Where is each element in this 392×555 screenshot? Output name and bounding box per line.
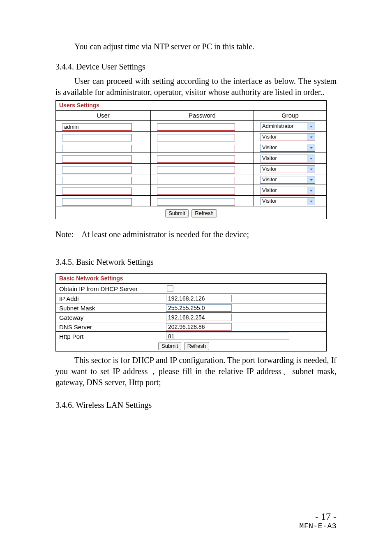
password-field[interactable]: [157, 166, 235, 173]
group-select[interactable]: Administrator: [260, 123, 315, 130]
user-field[interactable]: [62, 187, 132, 195]
group-value: Visitor: [262, 144, 277, 150]
table-row: Visitor: [56, 142, 326, 153]
group-value: Visitor: [262, 176, 277, 183]
table-row: Visitor: [56, 164, 326, 174]
table-row: Visitor: [56, 196, 326, 206]
users-head-password: Password: [151, 111, 254, 121]
users-table-header: User Password Group: [56, 111, 326, 121]
table-row: Subnet Mask: [56, 303, 326, 313]
user-field[interactable]: [62, 123, 132, 131]
http-port-label: Http Port: [56, 332, 163, 341]
svg-marker-6: [310, 190, 313, 192]
chevron-down-icon: [307, 123, 315, 130]
group-value: Visitor: [262, 166, 277, 172]
chevron-down-icon: [307, 187, 315, 194]
table-row: Visitor: [56, 185, 326, 196]
section-346-heading: 3.4.6. Wireless LAN Settings: [55, 400, 337, 411]
group-value: Visitor: [262, 198, 277, 204]
ip-field[interactable]: [166, 295, 232, 302]
table-row: Http Port: [56, 332, 326, 341]
subnet-mask-field[interactable]: [166, 304, 232, 312]
group-value: Administrator: [262, 123, 294, 129]
group-value: Visitor: [262, 155, 277, 161]
group-select[interactable]: Visitor: [260, 155, 315, 162]
group-select[interactable]: Visitor: [260, 197, 315, 205]
group-select[interactable]: Visitor: [260, 165, 315, 173]
users-settings-title: Users Settings: [56, 101, 326, 110]
dhcp-checkbox[interactable]: [167, 285, 173, 292]
gateway-field[interactable]: [166, 314, 232, 321]
password-field[interactable]: [157, 198, 235, 206]
group-select[interactable]: Visitor: [260, 144, 315, 152]
table-row: IP Addr: [56, 294, 326, 303]
password-field[interactable]: [157, 155, 235, 163]
table-row: Administrator: [56, 121, 326, 132]
svg-marker-1: [310, 136, 313, 138]
admin-note: Note: At least one administrator is need…: [55, 229, 337, 240]
dns-label: DNS Server: [56, 322, 163, 332]
password-field[interactable]: [157, 145, 235, 152]
dns-field[interactable]: [166, 323, 232, 331]
svg-marker-0: [310, 126, 313, 127]
page-footer: - 17 - MFN-E-A3: [300, 511, 337, 530]
chevron-down-icon: [307, 166, 315, 173]
users-table: User Password Group Administrator Visito…: [56, 110, 326, 206]
http-port-field[interactable]: [166, 333, 289, 340]
network-button-row: Submit Refresh: [56, 341, 326, 352]
page-number: - 17 -: [300, 511, 337, 522]
svg-marker-5: [310, 179, 313, 181]
mask-label: Subnet Mask: [56, 303, 163, 313]
password-field[interactable]: [157, 123, 235, 131]
chevron-down-icon: [307, 134, 315, 141]
chevron-down-icon: [307, 144, 315, 151]
password-field[interactable]: [157, 187, 235, 195]
doc-code: MFN-E-A3: [300, 522, 337, 530]
svg-marker-7: [310, 201, 313, 202]
group-select[interactable]: Visitor: [260, 187, 315, 194]
section-345-heading: 3.4.5. Basic Network Settings: [55, 257, 337, 268]
chevron-down-icon: [307, 198, 315, 205]
password-field[interactable]: [157, 177, 235, 184]
password-field[interactable]: [157, 134, 235, 141]
svg-marker-3: [310, 158, 313, 160]
chevron-down-icon: [307, 155, 315, 162]
user-field[interactable]: [62, 177, 132, 184]
dhcp-paragraph: This sector is for DHCP and IP configura…: [55, 355, 337, 388]
ntp-paragraph: You can adjust time via NTP server or PC…: [55, 41, 337, 52]
table-row: Visitor: [56, 174, 326, 185]
submit-button[interactable]: Submit: [165, 209, 188, 217]
user-field[interactable]: [62, 145, 132, 152]
gateway-label: Gateway: [56, 313, 163, 322]
group-value: Visitor: [262, 134, 277, 140]
table-row: Obtain IP from DHCP Server: [56, 284, 326, 294]
table-row: Gateway: [56, 313, 326, 322]
table-row: Visitor: [56, 132, 326, 142]
user-field[interactable]: [62, 155, 132, 163]
users-head-group: Group: [254, 111, 327, 121]
section-344-heading: 3.4.4. Device User Settings: [55, 61, 337, 72]
refresh-button[interactable]: Refresh: [191, 209, 217, 217]
users-settings-panel: Users Settings User Password Group Admin…: [55, 100, 327, 219]
network-table: Obtain IP from DHCP Server IP Addr Subne…: [56, 283, 326, 351]
user-settings-desc: User can proceed with setting according …: [55, 76, 337, 98]
svg-marker-4: [310, 169, 313, 170]
submit-button[interactable]: Submit: [158, 342, 181, 350]
user-field[interactable]: [62, 166, 132, 173]
chevron-down-icon: [307, 176, 315, 183]
table-row: DNS Server: [56, 322, 326, 332]
user-field[interactable]: [62, 198, 132, 206]
svg-marker-2: [310, 147, 313, 149]
table-row: Visitor: [56, 153, 326, 164]
group-select[interactable]: Visitor: [260, 176, 315, 184]
users-head-user: User: [56, 111, 151, 121]
users-button-row: Submit Refresh: [56, 206, 326, 219]
dhcp-label: Obtain IP from DHCP Server: [56, 284, 163, 294]
group-select[interactable]: Visitor: [260, 133, 315, 141]
refresh-button[interactable]: Refresh: [184, 342, 210, 350]
user-field[interactable]: [62, 134, 132, 141]
network-settings-panel: Basic Network Settings Obtain IP from DH…: [55, 273, 327, 352]
group-value: Visitor: [262, 187, 277, 193]
network-settings-title: Basic Network Settings: [56, 274, 326, 283]
ip-label: IP Addr: [56, 294, 163, 303]
